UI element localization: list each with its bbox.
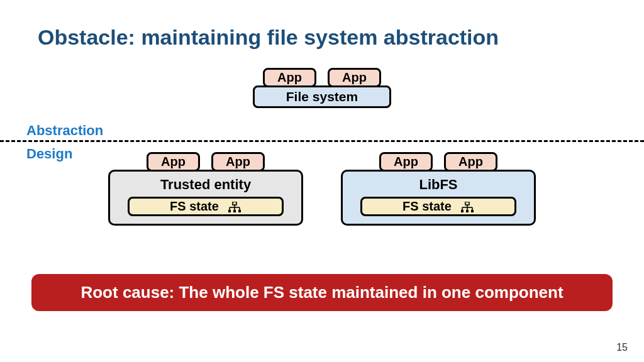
svg-rect-7 (233, 210, 236, 212)
trusted-entity-label: Trusted entity (160, 177, 251, 193)
app-box: App (147, 152, 200, 172)
trusted-entity-box: Trusted entity FS state (108, 170, 303, 226)
tree-icon (228, 202, 242, 213)
app-box: App (211, 152, 265, 172)
divider (0, 140, 644, 142)
fs-state-label: FS state (402, 199, 452, 214)
app-box: App (444, 152, 497, 172)
tree-icon (460, 202, 474, 213)
root-cause-banner: Root cause: The whole FS state maintaine… (31, 274, 613, 311)
design-left-stack: App App Trusted entity FS state (108, 152, 303, 226)
fs-state-box: FS state (128, 197, 284, 216)
design-right-stack: App App LibFS FS state (341, 152, 536, 226)
slide-title: Obstacle: maintaining file system abstra… (38, 25, 606, 50)
libfs-box: LibFS FS state (341, 170, 536, 226)
design-row: App App Trusted entity FS state (0, 152, 644, 226)
abstraction-row: App App File system (0, 68, 644, 108)
svg-rect-6 (228, 210, 231, 212)
svg-rect-9 (465, 202, 469, 205)
svg-rect-15 (461, 210, 464, 212)
svg-rect-0 (233, 202, 236, 205)
svg-rect-8 (238, 210, 241, 212)
abstraction-apps: App App (263, 68, 381, 87)
svg-rect-16 (466, 210, 469, 212)
fs-state-box: FS state (360, 197, 516, 216)
libfs-label: LibFS (419, 177, 457, 193)
fs-state-label: FS state (170, 199, 219, 214)
app-box: App (263, 68, 316, 87)
page-number: 15 (616, 342, 628, 353)
abstraction-stack: App App File system (253, 68, 391, 108)
app-box: App (328, 68, 381, 87)
app-box: App (379, 152, 433, 172)
design-right-apps: App App (379, 152, 497, 172)
svg-rect-17 (471, 210, 474, 212)
slide: Obstacle: maintaining file system abstra… (0, 0, 644, 362)
design-left-apps: App App (147, 152, 265, 172)
label-abstraction: Abstraction (26, 123, 103, 139)
file-system-box: File system (253, 85, 391, 108)
